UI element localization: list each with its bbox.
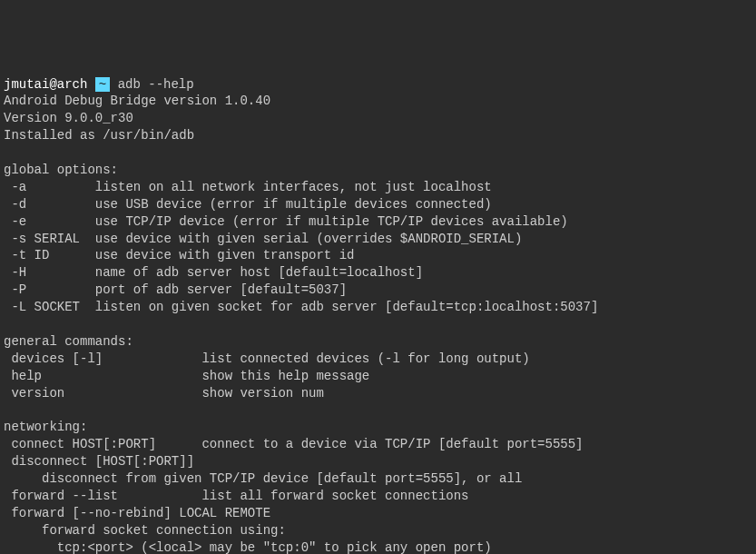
output-line xyxy=(4,401,752,419)
output-lines: Android Debug Bridge version 1.0.40Versi… xyxy=(4,93,752,554)
command-text: adb --help xyxy=(118,77,194,92)
output-line xyxy=(4,144,752,162)
output-line: -e use TCP/IP device (error if multiple … xyxy=(4,213,752,231)
output-line: Installed as /usr/bin/adb xyxy=(4,127,752,144)
output-line: devices [-l] list connected devices (-l … xyxy=(4,351,752,368)
terminal-output[interactable]: jmutai@arch ~ adb --helpAndroid Debug Br… xyxy=(4,76,752,554)
prompt-user: jmutai@arch xyxy=(4,77,87,92)
output-line: -t ID use device with given transport id xyxy=(4,247,752,264)
output-line: global options: xyxy=(4,162,752,179)
output-line: -L SOCKET listen on given socket for adb… xyxy=(4,299,752,316)
output-line: -s SERIAL use device with given serial (… xyxy=(4,231,752,248)
prompt-line: jmutai@arch ~ adb --help xyxy=(4,76,752,94)
output-line: -d use USB device (error if multiple dev… xyxy=(4,196,752,213)
output-line: Version 9.0.0_r30 xyxy=(4,110,752,127)
output-line: -a listen on all network interfaces, not… xyxy=(4,179,752,196)
output-line: forward --list list all forward socket c… xyxy=(4,488,752,505)
output-line: help show this help message xyxy=(4,368,752,385)
output-line: disconnect [HOST[:PORT]] xyxy=(4,453,752,470)
output-line: general commands: xyxy=(4,333,752,351)
output-line: connect HOST[:PORT] connect to a device … xyxy=(4,436,752,453)
output-line xyxy=(4,316,752,333)
output-line: -H name of adb server host [default=loca… xyxy=(4,264,752,282)
output-line: Android Debug Bridge version 1.0.40 xyxy=(4,93,752,110)
output-line: forward socket connection using: xyxy=(4,522,752,539)
output-line: networking: xyxy=(4,419,752,436)
output-line: -P port of adb server [default=5037] xyxy=(4,282,752,299)
output-line: tcp:<port> (<local> may be "tcp:0" to pi… xyxy=(4,539,752,554)
prompt-tilde: ~ xyxy=(95,77,110,92)
output-line: version show version num xyxy=(4,385,752,402)
output-line: forward [--no-rebind] LOCAL REMOTE xyxy=(4,505,752,522)
output-line: disconnect from given TCP/IP device [def… xyxy=(4,470,752,488)
